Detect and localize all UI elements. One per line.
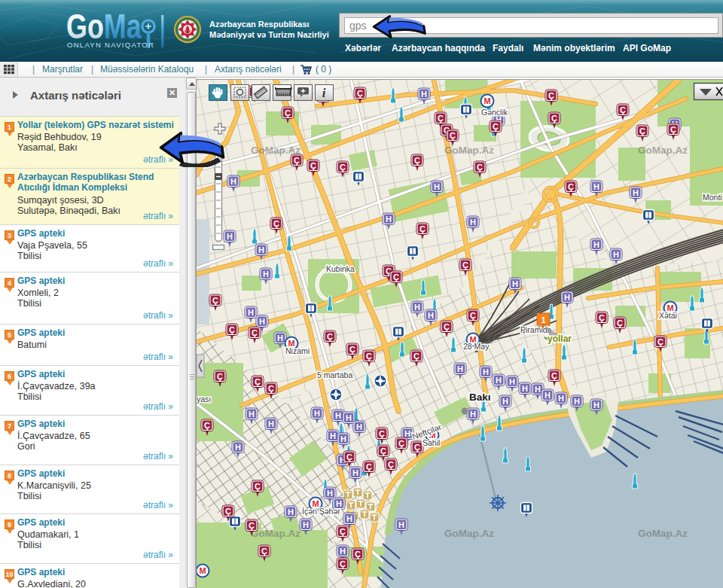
svg-text:GoMap.Az: GoMap.Az (444, 145, 494, 156)
svg-text:H: H (386, 215, 392, 224)
svg-text:Ç: Ç (268, 384, 274, 393)
svg-text:H: H (428, 311, 434, 320)
svg-text:Ç: Ç (493, 122, 499, 131)
svg-text:H: H (483, 367, 489, 376)
svg-text:Ç: Ç (477, 163, 483, 172)
svg-text:H: H (227, 232, 233, 241)
svg-text:Ç: Ç (568, 182, 574, 191)
svg-text:Ç: Ç (379, 429, 385, 438)
svg-text:M: M (484, 96, 490, 105)
svg-text:Ç: Ç (620, 105, 626, 114)
svg-text:Ç: Ç (346, 452, 352, 462)
svg-text:Ç: Ç (398, 439, 404, 448)
svg-text:H: H (346, 514, 352, 523)
svg-text:28 May: 28 May (463, 342, 490, 351)
svg-text:H: H (593, 182, 599, 191)
svg-text:H: H (288, 507, 294, 516)
svg-text:Ç: Ç (225, 507, 231, 516)
svg-text:H: H (509, 377, 515, 386)
svg-text:H: H (248, 308, 254, 317)
svg-text:H: H (303, 520, 309, 529)
svg-text:Ç: Ç (366, 352, 372, 361)
svg-text:Nizami: Nizami (285, 346, 310, 355)
svg-text:GoMap.Az: GoMap.Az (444, 528, 494, 539)
svg-text:Ç: Ç (217, 372, 223, 381)
svg-text:H: H (593, 401, 599, 410)
svg-text:Ç: Ç (261, 547, 267, 556)
svg-text:Ç: Ç (285, 108, 291, 117)
svg-text:GoMap.Az: GoMap.Az (638, 145, 688, 156)
svg-text:H: H (268, 419, 274, 428)
svg-text:H: H (249, 410, 255, 419)
svg-text:Ç: Ç (470, 311, 476, 320)
svg-text:Ç: Ç (444, 322, 450, 331)
svg-text:Gənclik: Gənclik (481, 108, 508, 117)
svg-text:H: H (574, 397, 580, 406)
svg-text:Bakı: Bakı (469, 391, 491, 403)
svg-text:yollar: yollar (548, 334, 572, 344)
svg-text:H: H (496, 376, 502, 385)
svg-text:H: H (346, 413, 352, 422)
svg-text:H: H (398, 520, 404, 529)
svg-text:H: H (314, 409, 320, 418)
svg-text:Ç: Ç (388, 460, 394, 469)
svg-text:H: H (230, 177, 236, 186)
svg-text:H: H (421, 90, 427, 99)
svg-text:H: H (522, 384, 528, 393)
svg-text:Sahil: Sahil (423, 438, 440, 447)
svg-text:H: H (330, 431, 336, 440)
svg-text:Ç: Ç (438, 114, 444, 123)
svg-text:Ç: Ç (414, 156, 420, 165)
svg-text:H: H (258, 245, 264, 254)
svg-text:Ç: Ç (419, 224, 426, 233)
svg-text:Ç: Ç (639, 126, 645, 136)
svg-text:H: H (434, 182, 440, 191)
svg-text:Ç: Ç (366, 462, 372, 471)
svg-text:Ç: Ç (355, 550, 361, 559)
svg-text:Ç: Ç (551, 114, 557, 123)
svg-text:Ç: Ç (414, 443, 420, 452)
svg-text:Ç: Ç (294, 156, 300, 165)
svg-text:H: H (593, 240, 599, 249)
svg-text:Ç: Ç (340, 559, 346, 568)
svg-text:Ç: Ç (255, 482, 261, 491)
svg-text:H: H (502, 397, 508, 406)
svg-text:H: H (613, 250, 619, 259)
svg-text:Ç: Ç (599, 313, 605, 322)
svg-text:Kubinka: Kubinka (326, 264, 355, 273)
svg-text:Ç: Ç (551, 371, 557, 380)
svg-text:Ç: Ç (340, 527, 346, 536)
svg-text:Ç: Ç (617, 318, 623, 328)
svg-text:Ç: Ç (413, 352, 419, 361)
svg-text:H: H (470, 410, 476, 419)
svg-text:H: H (263, 270, 269, 279)
svg-text:Ç: Ç (393, 273, 399, 282)
svg-text:Ç: Ç (273, 219, 279, 228)
svg-text:Monti: Monti (703, 193, 722, 202)
svg-text:Ç: Ç (229, 325, 235, 334)
svg-text:H: H (259, 317, 265, 326)
svg-text:GoMap.Az: GoMap.Az (638, 528, 688, 539)
svg-text:Ç: Ç (310, 161, 316, 170)
svg-text:Ç: Ç (462, 260, 468, 270)
svg-text:Ç: Ç (340, 163, 346, 172)
svg-text:H: H (327, 489, 333, 498)
svg-text:Ç: Ç (255, 377, 261, 386)
svg-text:H: H (457, 364, 463, 373)
svg-text:5 martaba: 5 martaba (317, 370, 352, 379)
svg-text:Xətai: Xətai (659, 311, 677, 320)
svg-text:Ç: Ç (548, 91, 554, 100)
svg-text:Ç: Ç (357, 89, 363, 98)
svg-text:H: H (414, 303, 420, 312)
svg-text:Ç: Ç (212, 296, 218, 305)
svg-text:Ç: Ç (450, 131, 456, 140)
svg-text:İçəri Şəhər: İçəri Şəhər (302, 507, 340, 516)
svg-text:Ç: Ç (380, 446, 386, 455)
svg-text:Ç: Ç (249, 521, 255, 530)
svg-text:GoMap.Az: GoMap.Az (251, 528, 300, 539)
svg-text:H: H (564, 293, 570, 302)
svg-text:H: H (545, 391, 551, 400)
svg-text:1: 1 (541, 315, 545, 324)
svg-text:Ç: Ç (204, 421, 210, 430)
svg-text:Ç: Ç (252, 328, 258, 337)
